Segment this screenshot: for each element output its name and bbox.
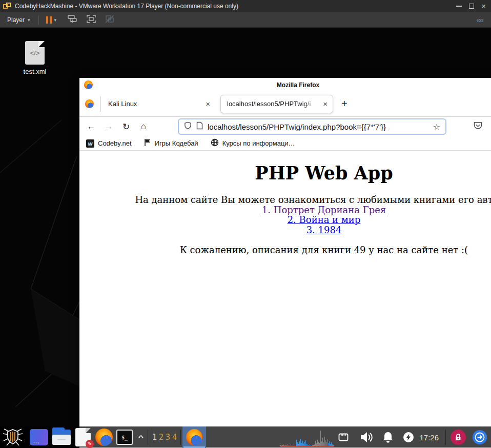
bookmark-codeby[interactable]: w Codeby.net bbox=[86, 139, 132, 148]
intro-text: На данном сайте Вы можете ознакомиться с… bbox=[79, 195, 491, 205]
power-manager-icon[interactable] bbox=[403, 432, 414, 442]
shield-icon[interactable] bbox=[184, 121, 192, 132]
codeby-favicon: w bbox=[86, 139, 94, 148]
suspend-vm-button[interactable]: ▾ bbox=[44, 15, 59, 25]
page-title: PHP Web App bbox=[79, 162, 491, 184]
vmware-window-title: CodebyHackMashine - VMware Workstation 1… bbox=[15, 3, 238, 10]
toolbar-divider bbox=[38, 15, 39, 25]
workspace-4[interactable]: 4 bbox=[172, 433, 177, 442]
code-glyph: </> bbox=[25, 49, 45, 57]
page-info-icon[interactable] bbox=[196, 121, 203, 132]
taskbar: … ✎ $_ ^ 1 2 3 4 bbox=[0, 426, 491, 448]
forward-button[interactable]: → bbox=[100, 121, 117, 132]
dots-glyph: … bbox=[33, 439, 40, 443]
player-menu[interactable]: Player ▾ bbox=[4, 15, 33, 25]
bookmark-label: Курсы по информаци… bbox=[222, 139, 295, 147]
flag-icon bbox=[144, 138, 151, 148]
tab-label: Kali Linux bbox=[108, 100, 204, 108]
send-ctrl-alt-del-button[interactable] bbox=[67, 14, 78, 26]
book-link-2[interactable]: 2. Война и мир bbox=[79, 215, 491, 225]
url-bar[interactable]: localhost/lesson5/PHPTwig/index.php?book… bbox=[178, 118, 446, 135]
firefox-titlebar[interactable]: Mozilla Firefox bbox=[79, 78, 491, 91]
vmware-logo-icon bbox=[3, 3, 11, 10]
book-link-1[interactable]: 1. Портрет Дориана Грея bbox=[79, 205, 491, 215]
bookmark-star-icon[interactable]: ☆ bbox=[433, 122, 440, 132]
tab-label: localhost/lesson5/PHPTwig/i bbox=[227, 100, 321, 108]
firefox-logo-icon bbox=[85, 99, 94, 108]
url-text[interactable]: localhost/lesson5/PHPTwig/index.php?book… bbox=[208, 123, 428, 131]
pause-icon bbox=[46, 16, 52, 24]
back-button[interactable]: ← bbox=[83, 121, 100, 132]
chevron-down-icon: ▾ bbox=[28, 17, 30, 23]
bookmark-igry-codebay[interactable]: Игры Кодебай bbox=[144, 138, 198, 148]
tab-localhost-active[interactable]: localhost/lesson5/PHPTwig/i × bbox=[220, 95, 333, 113]
navigation-toolbar: ← → ↻ ⌂ localhost/lesson5/PHPTwig/index.… bbox=[79, 117, 491, 136]
prompt-glyph: $_ bbox=[121, 435, 128, 440]
page-content: PHP Web App На данном сайте Вы можете оз… bbox=[79, 151, 491, 425]
not-found-message: К сожалению, описания для книги 49 у нас… bbox=[79, 245, 491, 255]
firefox-window: Mozilla Firefox Kali Linux × localhost/l… bbox=[79, 78, 491, 426]
system-monitor-graph[interactable] bbox=[280, 430, 334, 447]
vm-screen: CodebyHackMashine - VMware Workstation 1… bbox=[0, 0, 491, 448]
pocket-icon[interactable] bbox=[473, 121, 483, 132]
logout-arrow-icon[interactable] bbox=[473, 430, 487, 444]
network-icon[interactable] bbox=[338, 433, 349, 441]
kali-desktop: </> test.xml Mozilla Firefox Kali Linux … bbox=[0, 28, 491, 426]
chevron-down-icon: ▾ bbox=[54, 17, 57, 23]
bookmark-label: Игры Кодебай bbox=[155, 139, 198, 147]
vmware-toolbar: Player ▾ ▾ «« bbox=[0, 12, 491, 28]
xml-file-icon: </> bbox=[25, 41, 45, 65]
workspace-2[interactable]: 2 bbox=[159, 433, 163, 442]
bookmark-kursy[interactable]: Курсы по информаци… bbox=[211, 138, 295, 148]
app-window-icon[interactable]: … bbox=[30, 429, 48, 445]
notifications-bell-icon[interactable] bbox=[381, 431, 395, 444]
clock[interactable]: 17:26 bbox=[419, 433, 439, 442]
screen-lock-icon[interactable] bbox=[451, 430, 466, 445]
minimize-button[interactable] bbox=[456, 6, 462, 7]
desktop-file-test-xml[interactable]: </> test.xml bbox=[14, 41, 55, 75]
kali-menu-button[interactable] bbox=[1, 427, 25, 447]
collapse-toolbar-button[interactable]: «« bbox=[476, 15, 487, 24]
firefox-logo-icon bbox=[186, 429, 202, 445]
tab-kali-linux[interactable]: Kali Linux × bbox=[101, 91, 217, 117]
close-tab-icon[interactable]: × bbox=[321, 99, 329, 108]
firefox-task-button[interactable] bbox=[182, 426, 206, 448]
bookmark-label: Codeby.net bbox=[98, 139, 132, 147]
firefox-launcher-icon[interactable] bbox=[95, 429, 113, 446]
volume-icon[interactable] bbox=[359, 431, 373, 444]
tab-bar: Kali Linux × localhost/lesson5/PHPTwig/i… bbox=[79, 91, 491, 117]
home-button[interactable]: ⌂ bbox=[135, 121, 152, 132]
close-button[interactable]: × bbox=[481, 4, 486, 9]
reload-button[interactable]: ↻ bbox=[117, 121, 135, 132]
new-tab-button[interactable]: + bbox=[341, 98, 347, 110]
unity-mode-icon bbox=[105, 14, 115, 26]
file-manager-icon[interactable] bbox=[52, 430, 71, 445]
workspace-switcher[interactable]: 1 2 3 4 bbox=[152, 433, 177, 442]
close-tab-icon[interactable]: × bbox=[204, 99, 212, 108]
panel-expand-button[interactable]: ^ bbox=[135, 434, 147, 441]
desktop-file-label: test.xml bbox=[14, 68, 55, 75]
player-menu-label: Player bbox=[7, 16, 25, 24]
pencil-badge-icon: ✎ bbox=[86, 440, 94, 448]
globe-icon bbox=[211, 138, 219, 148]
vmware-titlebar: CodebyHackMashine - VMware Workstation 1… bbox=[0, 0, 491, 12]
firefox-window-title: Mozilla Firefox bbox=[79, 78, 491, 91]
text-editor-icon[interactable]: ✎ bbox=[75, 428, 91, 446]
terminal-launcher-icon[interactable]: $_ bbox=[116, 430, 133, 445]
maximize-button[interactable] bbox=[469, 4, 474, 9]
workspace-3[interactable]: 3 bbox=[166, 433, 170, 442]
workspace-1[interactable]: 1 bbox=[152, 433, 157, 442]
fullscreen-button[interactable] bbox=[86, 14, 96, 26]
bookmarks-toolbar: w Codeby.net Игры Кодебай Курсы по инфор… bbox=[79, 136, 491, 151]
book-link-3[interactable]: 3. 1984 bbox=[79, 225, 491, 235]
